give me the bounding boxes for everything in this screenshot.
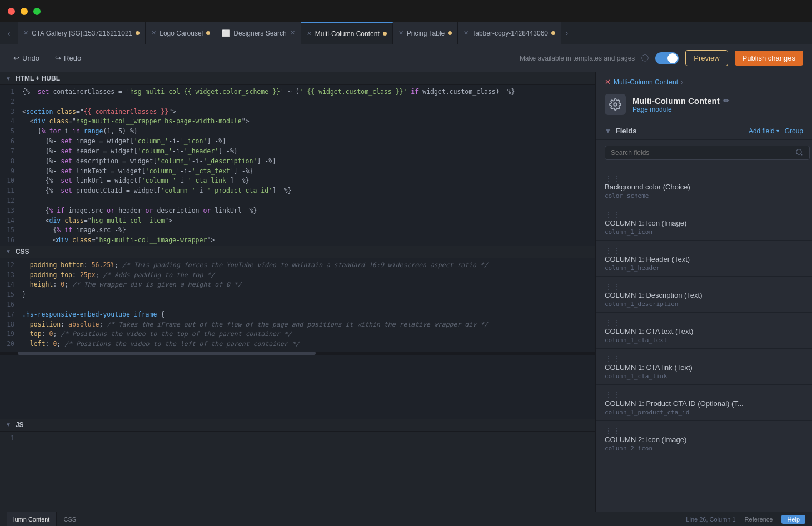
code-editor: ▼ HTML + HUBL 1 {%- set containerClasses… xyxy=(0,72,595,512)
tab-close-icon[interactable]: ✕ xyxy=(307,30,312,37)
collapse-chevron-html: ▼ xyxy=(6,76,11,82)
css-section-header[interactable]: ▼ CSS xyxy=(0,246,595,258)
field-name: COLUMN 2: Icon (Image) xyxy=(605,435,803,444)
code-line: 19 top: 0; /* Positions the video to the… xyxy=(0,329,595,339)
tab-pricing-table[interactable]: ✕ Pricing Table xyxy=(393,22,458,44)
close-panel-icon[interactable]: ✕ xyxy=(605,78,611,86)
field-item-col1-cta-link[interactable]: ⋮⋮ COLUMN 1: CTA link (Text) column_1_ct… xyxy=(596,349,812,385)
status-bar: lumn Content CSS Line 26, Column 1 Refer… xyxy=(0,512,812,526)
field-key: column_1_cta_text xyxy=(605,337,803,344)
field-name: Background color (Choice) xyxy=(605,183,803,191)
js-code-block: 1 xyxy=(0,432,595,512)
tab-label: Multi-Column Content xyxy=(315,30,380,38)
toggle-check-indicator xyxy=(667,53,678,63)
collapse-fields-chevron[interactable]: ▼ xyxy=(605,127,611,135)
tab-tabber-copy[interactable]: ✕ Tabber-copy-1428443060 xyxy=(458,22,561,44)
tab-dirty-indicator xyxy=(206,31,210,35)
module-icon xyxy=(605,94,626,115)
code-line: 1 {%- set containerClasses = 'hsg-multi-… xyxy=(0,87,595,97)
status-tab-label: lumn Content xyxy=(13,516,49,523)
field-key: column_2_icon xyxy=(605,445,803,452)
breadcrumb-parent-link[interactable]: Multi-Column Content xyxy=(614,78,678,86)
field-item-col1-header[interactable]: ⋮⋮ COLUMN 1: Header (Text) column_1_head… xyxy=(596,241,812,277)
html-hubl-code-block: 1 {%- set containerClasses = 'hsg-multi-… xyxy=(0,85,595,246)
code-line: 13 padding-top: 25px; /* Adds padding to… xyxy=(0,270,595,280)
tab-dirty-indicator xyxy=(551,31,555,35)
field-item-col1-desc[interactable]: ⋮⋮ COLUMN 1: Description (Text) column_1… xyxy=(596,277,812,313)
tab-close-icon[interactable]: ✕ xyxy=(151,29,156,37)
tab-close-icon[interactable]: ✕ xyxy=(398,29,403,37)
status-tabs: lumn Content CSS xyxy=(7,512,83,527)
status-tab-css[interactable]: CSS xyxy=(57,512,83,527)
code-line: 14 height: 0; /* The wrapper div is give… xyxy=(0,280,595,290)
redo-icon: ↪ xyxy=(55,54,61,62)
cursor-position: Line 26, Column 1 xyxy=(686,516,735,523)
field-key: column_1_description xyxy=(605,300,803,308)
js-section-label: JS xyxy=(16,421,24,429)
traffic-light-red[interactable] xyxy=(8,8,15,15)
js-section-header[interactable]: ▼ JS xyxy=(0,419,595,432)
redo-button[interactable]: ↪ Redo xyxy=(51,52,86,64)
field-item-bg-color[interactable]: ⋮⋮ Background color (Choice) color_schem… xyxy=(596,168,812,204)
tabs-overflow[interactable]: › xyxy=(561,22,572,44)
html-hubl-section-label: HTML + HUBL xyxy=(16,74,60,82)
drag-handle-icon: ⋮⋮ xyxy=(605,318,609,327)
svg-point-0 xyxy=(614,103,617,106)
code-line: 4 <div class="hsg-multi-col__wrapper hs-… xyxy=(0,117,595,127)
module-info: Multi-Column Content ✏ Page module xyxy=(632,96,803,113)
search-fields-input[interactable] xyxy=(605,146,810,160)
tab-label: Pricing Table xyxy=(407,29,445,37)
undo-button[interactable]: ↩ Undo xyxy=(9,52,44,64)
traffic-light-yellow[interactable] xyxy=(21,8,28,15)
tab-multi-column[interactable]: ✕ Multi-Column Content xyxy=(301,22,393,44)
search-icon xyxy=(795,148,803,158)
field-item-col1-cta-text[interactable]: ⋮⋮ COLUMN 1: CTA text (Text) column_1_ct… xyxy=(596,313,812,349)
drag-handle-icon: ⋮⋮ xyxy=(605,390,609,399)
field-item-col2-icon[interactable]: ⋮⋮ COLUMN 2: Icon (Image) column_2_icon xyxy=(596,421,812,457)
traffic-light-green[interactable] xyxy=(33,8,41,15)
group-button[interactable]: Group xyxy=(785,127,803,135)
toolbar: ↩ Undo ↪ Redo Make available in template… xyxy=(0,44,812,72)
page-icon: ⬜ xyxy=(222,29,230,37)
preview-button[interactable]: Preview xyxy=(685,50,728,66)
tab-close-icon[interactable]: ✕ xyxy=(23,29,28,37)
add-field-button[interactable]: Add field ▾ xyxy=(749,127,779,135)
module-type: Page module xyxy=(632,106,803,113)
field-item-col1-product[interactable]: ⋮⋮ COLUMN 1: Product CTA ID (Optional) (… xyxy=(596,385,812,421)
tab-logo-carousel[interactable]: ✕ Logo Carousel xyxy=(146,22,216,44)
tab-designers-search[interactable]: ⬜ Designers Search ✕ xyxy=(216,22,301,44)
h-scrollbar-css[interactable] xyxy=(0,352,595,355)
code-line: 12 padding-bottom: 56.25%; /* This paddi… xyxy=(0,261,595,270)
fields-header: ▼ Fields Add field ▾ Group xyxy=(596,122,812,140)
h-scrollbar-thumb-css xyxy=(18,352,316,355)
tab-nav-left[interactable]: ‹ xyxy=(0,22,18,44)
tab-close-icon[interactable]: ✕ xyxy=(290,29,295,37)
field-name: COLUMN 1: CTA text (Text) xyxy=(605,327,803,335)
code-line: 6 {%- set image = widget['column_'-i-'_i… xyxy=(0,137,595,147)
tab-close-icon[interactable]: ✕ xyxy=(464,29,469,37)
field-key: column_1_product_cta_id xyxy=(605,409,803,416)
reference-button[interactable]: Reference xyxy=(745,516,773,523)
panel-breadcrumb: ✕ Multi-Column Content › xyxy=(596,72,812,89)
tab-cta-gallery[interactable]: ✕ CTA Gallery [SG]:1537216211021 xyxy=(18,22,146,44)
field-item-col1-icon[interactable]: ⋮⋮ COLUMN 1: Icon (Image) column_1_icon xyxy=(596,204,812,241)
module-header: Multi-Column Content ✏ Page module xyxy=(596,89,812,122)
status-tab-content[interactable]: lumn Content xyxy=(7,512,57,527)
html-hubl-lines: 1 {%- set containerClasses = 'hsg-multi-… xyxy=(0,85,595,246)
code-line: 5 {% for i in range(1, 5) %} xyxy=(0,127,595,137)
publish-button[interactable]: Publish changes xyxy=(735,51,803,66)
code-line: 16 xyxy=(0,300,595,310)
field-name: COLUMN 1: Header (Text) xyxy=(605,255,803,263)
tab-dirty-indicator xyxy=(136,31,140,35)
field-name: COLUMN 1: Icon (Image) xyxy=(605,219,803,227)
html-hubl-section-header[interactable]: ▼ HTML + HUBL xyxy=(0,72,595,85)
code-line: 2 xyxy=(0,97,595,107)
edit-module-icon[interactable]: ✏ xyxy=(723,97,729,105)
title-bar xyxy=(0,0,812,22)
make-available-toggle[interactable] xyxy=(655,52,679,64)
info-icon: ⓘ xyxy=(641,53,649,63)
undo-icon: ↩ xyxy=(13,54,19,62)
tab-bar: ‹ ✕ CTA Gallery [SG]:1537216211021 ✕ Log… xyxy=(0,22,812,44)
help-button[interactable]: Help xyxy=(781,515,805,524)
search-fields-bar xyxy=(596,140,812,166)
